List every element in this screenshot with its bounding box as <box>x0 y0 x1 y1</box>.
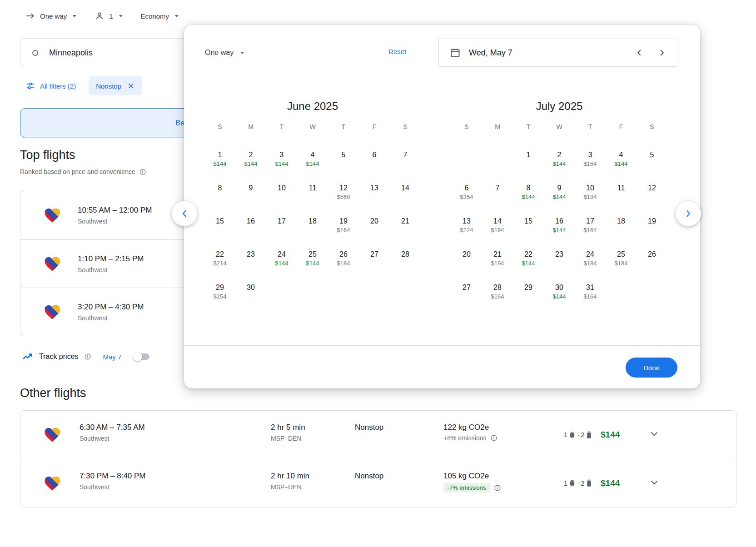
calendar-day[interactable]: 11 <box>606 184 637 217</box>
calendar-day[interactable]: 27 <box>451 283 482 316</box>
calendar-day[interactable]: 28$164 <box>482 283 513 316</box>
calendar-day[interactable]: 20 <box>359 217 390 250</box>
info-icon[interactable] <box>84 353 91 360</box>
calendar-day[interactable]: 21$194 <box>482 250 513 283</box>
filter-chip-nonstop[interactable]: Nonstop <box>89 76 142 95</box>
calendar-day[interactable]: 27 <box>359 250 390 283</box>
calendar-day[interactable]: 1 <box>513 150 544 184</box>
weekday-header: SMTWTFS <box>451 123 667 132</box>
calendar-day[interactable]: 21 <box>390 217 421 250</box>
calendar-day[interactable]: 17$164 <box>575 217 606 250</box>
calendar-day[interactable]: 6$354 <box>451 184 482 217</box>
done-button[interactable]: Done <box>626 358 677 378</box>
calendar-day[interactable]: 9 <box>235 184 266 217</box>
calendar-day[interactable]: 10 <box>266 184 297 217</box>
day-number: 10 <box>278 184 286 193</box>
calendar-day[interactable]: 13 <box>359 184 390 217</box>
calendar-day[interactable]: 17 <box>266 217 297 250</box>
day-number: 25 <box>308 250 317 259</box>
picker-footer: Done <box>184 345 700 388</box>
track-prices-date[interactable]: May 7 <box>103 353 122 361</box>
other-flight-row[interactable]: 6:30 AM – 7:35 AMSouthwest2 hr 5 minMSP–… <box>20 411 736 459</box>
reset-button[interactable]: Reset <box>388 48 406 55</box>
calendar-day[interactable]: 15 <box>204 217 235 250</box>
calendar-day[interactable]: 12 <box>637 184 667 217</box>
calendar-day[interactable]: 8$144 <box>513 184 544 217</box>
calendar-day[interactable]: 26 <box>637 250 667 283</box>
info-icon[interactable] <box>494 484 501 492</box>
calendar-day[interactable]: 5 <box>637 150 667 184</box>
calendar-day[interactable]: 2$144 <box>544 150 575 184</box>
calendar-day[interactable]: 13$224 <box>451 217 482 250</box>
calendar-day[interactable]: 7 <box>390 150 421 184</box>
calendar-day[interactable]: 29 <box>513 283 544 316</box>
calendar-day[interactable]: 26$184 <box>328 250 359 283</box>
calendar-day[interactable]: 18 <box>606 217 637 250</box>
calendar-day[interactable]: 22$214 <box>204 250 235 283</box>
calendar-day[interactable]: 19$164 <box>328 217 359 250</box>
calendar-day[interactable]: 16$144 <box>544 217 575 250</box>
calendar-day[interactable]: 30$144 <box>544 283 575 316</box>
cabin-class-select[interactable]: Economy <box>141 12 179 20</box>
carry-on-count: 1 <box>564 480 567 487</box>
info-icon[interactable] <box>139 168 146 175</box>
calendar-week: 1$1442$1443$1444$144567 <box>204 150 421 184</box>
calendar-day[interactable]: 25$144 <box>297 250 328 283</box>
calendar-day[interactable]: 18 <box>297 217 328 250</box>
chevron-down-icon <box>175 15 179 17</box>
calendar-day[interactable]: 4$144 <box>297 150 328 184</box>
track-prices-toggle[interactable] <box>134 353 149 360</box>
calendar-day[interactable]: 6 <box>359 150 390 184</box>
day-number: 18 <box>308 217 317 226</box>
calendar-day[interactable]: 10$184 <box>575 184 606 217</box>
calendar-day[interactable]: 2$144 <box>235 150 266 184</box>
calendar-day[interactable]: 14 <box>390 184 421 217</box>
calendar-day[interactable]: 8 <box>204 184 235 217</box>
expand-flight-button[interactable] <box>648 459 660 507</box>
carry-on-bag-icon <box>568 479 576 487</box>
next-day-button[interactable] <box>657 48 667 58</box>
next-months-button[interactable] <box>676 201 701 226</box>
calendar-day[interactable]: 3$164 <box>575 150 606 184</box>
day-number: 6 <box>465 184 469 193</box>
expand-flight-button[interactable] <box>648 411 660 459</box>
calendar-day[interactable]: 24$144 <box>266 250 297 283</box>
calendar-day[interactable]: 15 <box>513 217 544 250</box>
calendar-day[interactable]: 14$194 <box>482 217 513 250</box>
calendar-day[interactable]: 3$144 <box>266 150 297 184</box>
day-price: $184 <box>584 260 597 267</box>
day-price: $144 <box>522 194 535 200</box>
calendar-day[interactable]: 22$144 <box>513 250 544 283</box>
calendar-day[interactable]: 1$144 <box>204 150 235 184</box>
calendar-day[interactable]: 30 <box>235 283 266 316</box>
calendar-day[interactable]: 25$184 <box>606 250 637 283</box>
trip-type-select[interactable]: One way <box>25 11 76 21</box>
calendar-day[interactable]: 4$144 <box>606 150 637 184</box>
picker-trip-type-select[interactable]: One way <box>205 49 244 57</box>
calendar-day[interactable]: 23 <box>544 250 575 283</box>
chevron-left-icon <box>179 208 190 219</box>
calendar-day[interactable]: 11 <box>297 184 328 217</box>
info-icon[interactable] <box>490 434 497 442</box>
day-number: 11 <box>309 184 317 193</box>
calendar-day[interactable]: 29$254 <box>204 283 235 316</box>
calendar-day[interactable]: 28 <box>390 250 421 283</box>
calendar-day[interactable]: 16 <box>235 217 266 250</box>
calendar-day[interactable]: 12$560 <box>328 184 359 217</box>
passengers-select[interactable]: 1 <box>94 11 122 21</box>
other-flight-row[interactable]: 7:30 PM – 8:40 PMSouthwest2 hr 10 minMSP… <box>20 459 736 507</box>
all-filters-button[interactable]: All filters (2) <box>25 81 76 91</box>
day-price: $164 <box>584 293 597 300</box>
calendar-day[interactable]: 20 <box>451 250 482 283</box>
calendar-day[interactable]: 9$144 <box>544 184 575 217</box>
previous-months-button[interactable] <box>172 201 197 226</box>
calendar-day[interactable]: 31$164 <box>575 283 606 316</box>
previous-day-button[interactable] <box>634 48 644 58</box>
close-icon[interactable] <box>127 82 135 90</box>
calendar-day[interactable]: 7 <box>482 184 513 217</box>
calendar-day[interactable]: 5 <box>328 150 359 184</box>
departure-date-field[interactable]: Wed, May 7 <box>438 39 678 67</box>
calendar-day[interactable]: 23 <box>235 250 266 283</box>
calendar-day[interactable]: 19 <box>637 217 667 250</box>
calendar-day[interactable]: 24$184 <box>575 250 606 283</box>
